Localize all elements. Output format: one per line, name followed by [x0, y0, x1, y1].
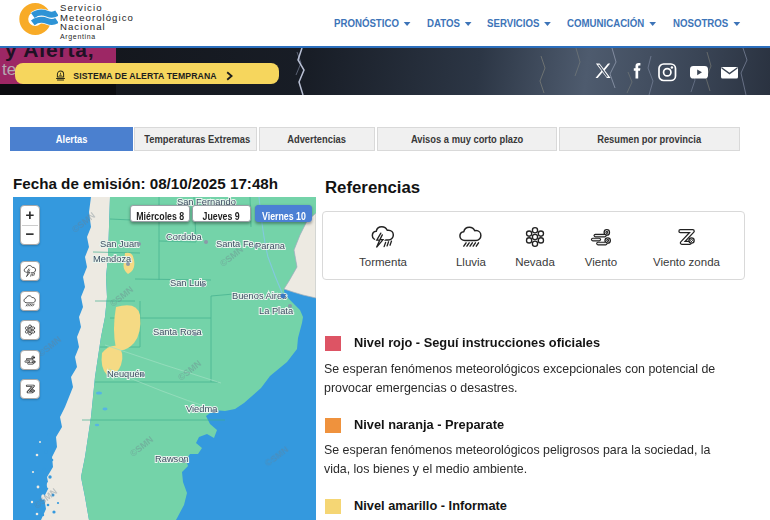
- svg-text:Santa Fe: Santa Fe: [216, 239, 254, 249]
- svg-text:Buenos Aires: Buenos Aires: [232, 291, 287, 301]
- svg-text:Mendoza: Mendoza: [93, 254, 132, 264]
- svg-text:Neuquén: Neuquén: [107, 369, 145, 379]
- svg-text:Cordoba: Cordoba: [166, 232, 202, 242]
- svg-text:San Juan: San Juan: [100, 239, 139, 249]
- svg-text:San Luis: San Luis: [170, 278, 207, 288]
- svg-text:Parana: Parana: [255, 241, 286, 251]
